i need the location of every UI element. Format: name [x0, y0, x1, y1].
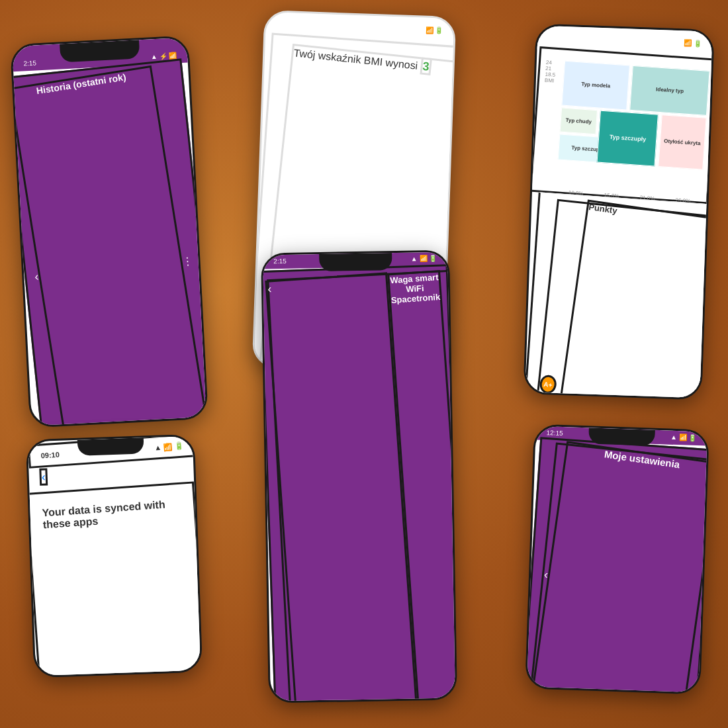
time-4: 09:10	[40, 451, 60, 460]
y-axis-bmi: BMI	[545, 77, 564, 85]
scores-section: A+ Punkty 86.0punkty 📊 BMI 15.0 Szczupły…	[523, 192, 714, 400]
cell-typ-modela: Typ modela	[561, 61, 629, 110]
phone-historia: 2:15 ▲ ⚡ 📶 ‹ Historia (ostatni rok) ⋮ dz…	[10, 35, 208, 428]
time-6: 12:15	[546, 429, 563, 437]
settings-title: Moje ustawienia	[530, 441, 709, 694]
phone-settings: 12:15 ▲ 📶 🔋 ‹ Moje ustawienia ✏️ 👤 Zarzą…	[525, 424, 709, 694]
phone-notch-6	[588, 428, 655, 445]
score-title: Punkty	[536, 200, 715, 400]
cell-typ-szczuply-active: Typ szczupły	[597, 110, 659, 166]
signal-4: ▲ 📶 🔋	[154, 441, 185, 452]
phone-scores: 📶 🔋 24 21 18.5 BMI Typ modela Idealny ty…	[523, 23, 714, 400]
phone-synced-apps: 09:10 ▲ 📶 🔋 ‹ Your data is synced with t…	[26, 434, 203, 678]
cell-idealny-typ: Idealny typ	[630, 66, 710, 115]
phone-notch-4	[77, 437, 144, 455]
menu-btn-1[interactable]: ⋮	[181, 254, 193, 268]
signal-2: 📶 🔋	[426, 26, 443, 34]
edit-btn-6[interactable]: ✏️	[701, 584, 709, 598]
bmi-number: 3	[420, 57, 432, 75]
share-btn-5[interactable]: ⬡	[455, 488, 457, 502]
time-5: 2:15	[273, 257, 287, 265]
historia-header: ‹ Historia (ostatni rok) ⋮ dzień tydzień…	[10, 58, 208, 428]
signal-5: ▲ 📶 🔋	[411, 255, 437, 263]
cell-otylosc-ukryta: Otyłość ukryta	[658, 114, 707, 170]
signal-6: ▲ 📶 🔋	[670, 433, 697, 441]
historia-title: Historia (ostatni rok)	[10, 66, 208, 428]
back-btn-4[interactable]: ‹	[39, 468, 48, 485]
cell-typ-chudy: Typ chudy	[560, 107, 598, 134]
treemap-section: 24 21 18.5 BMI Typ modela Idealny typ Ty…	[529, 46, 714, 204]
wifi-scale-header: ‹ Waga smart WiFi Spacetronik ⬡ Skanowan…	[261, 264, 457, 703]
score-badge-icon: A+	[539, 374, 557, 394]
time-1: 2:15	[23, 59, 36, 67]
signal-3: 📶 🔋	[684, 39, 702, 47]
header-nav: ‹ Waga smart WiFi Spacetronik ⬡	[267, 269, 457, 703]
sync-title: Your data is synced with these apps	[26, 481, 203, 678]
phone-notch-5	[319, 253, 392, 271]
score-header: A+ Punkty	[523, 199, 714, 400]
phone-wifi-scale: 2:15 ▲ 📶 🔋 ‹ Waga smart WiFi Spacetronik…	[261, 250, 457, 704]
settings-header-row: ‹ Moje ustawienia ✏️	[528, 442, 709, 694]
settings-header: ‹ Moje ustawienia ✏️	[525, 437, 709, 694]
